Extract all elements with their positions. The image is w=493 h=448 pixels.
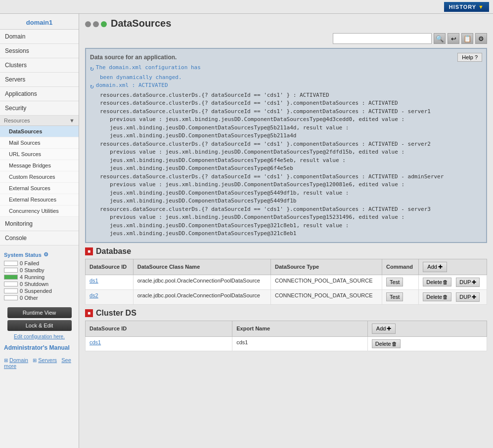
status-running-label: 4 Running xyxy=(20,274,45,280)
status-row-running: 4 Running xyxy=(4,274,75,281)
sidebar-item-mailsources[interactable]: Mail Sources xyxy=(0,137,79,149)
db-row2-delete-button[interactable]: Delete 🗑 xyxy=(423,292,451,301)
status-other-label: 0 Other xyxy=(20,295,38,301)
sidebar-item-domain[interactable]: Domain xyxy=(0,30,79,44)
cluster-add-label: Add xyxy=(376,326,386,331)
sidebar-item-clusters[interactable]: Clusters xyxy=(0,58,79,73)
status-row-other: 0 Other xyxy=(4,294,75,301)
search-button[interactable]: 🔍 xyxy=(434,33,446,44)
log-line-18: resources.dataSource.clusterDs.{? dataSo… xyxy=(90,205,482,214)
log-text-11: previous value : jeus.xml.binding.jeusDD… xyxy=(110,148,404,157)
db-row2-id[interactable]: ds2 xyxy=(90,292,98,298)
cluster-add-plus-icon: ✚ xyxy=(387,326,391,332)
nav-dot-2 xyxy=(93,21,99,27)
log-line-21: jeus.xml.binding.jeusDD.ComponentDataSou… xyxy=(90,230,482,238)
system-status-title: System Status ⚙ xyxy=(4,249,75,260)
log-text-9: jeus.xml.binding.jeusDD.ComponentDataSou… xyxy=(110,132,297,140)
log-line-2: been dynamically changed. xyxy=(90,74,482,82)
cluster-add-button[interactable]: Add ✚ xyxy=(372,324,396,334)
sidebar-item-concurrencyutilities[interactable]: Concurrency Utilities xyxy=(0,205,79,217)
db-row1-id[interactable]: ds1 xyxy=(90,278,98,284)
db-row2-dup-button[interactable]: DUP ✚ xyxy=(456,292,479,302)
sidebar-item-monitoring[interactable]: Monitoring xyxy=(0,217,79,231)
cluster-row1-export: cds1 xyxy=(232,336,368,351)
sidebar-domain[interactable]: domain1 xyxy=(0,14,79,30)
db-row1-dup-label: DUP xyxy=(459,279,471,285)
top-bar: HISTORY ▼ xyxy=(0,0,493,14)
db-row1-delete-label: Delete xyxy=(426,279,442,285)
sidebar-item-servers[interactable]: Servers xyxy=(0,73,79,87)
export-button[interactable]: 📋 xyxy=(461,33,473,44)
db-row2-test-button[interactable]: Test xyxy=(386,292,403,301)
db-row2-commands: Test xyxy=(382,289,419,304)
log-text-19: previous value : jeus.xml.binding.jeusDD… xyxy=(110,213,404,222)
log-line-19: previous value : jeus.xml.binding.jeusDD… xyxy=(90,213,482,222)
db-row1-class: oracle.jdbc.pool.OracleConnectionPoolDat… xyxy=(133,275,270,289)
cluster-row1-delete-button[interactable]: Delete 🗑 xyxy=(372,339,401,348)
log-text-7: previous value : jeus.xml.binding.jeusDD… xyxy=(110,116,404,124)
content-area: DataSources 🔍 ↩ 📋 ⚙ Data source for an a… xyxy=(79,14,493,448)
log-line-20: jeus.xml.binding.jeusDD.ComponentDataSou… xyxy=(90,222,482,230)
db-row1-dup-button[interactable]: DUP ✚ xyxy=(456,278,479,287)
db-row1-type: CONNECTION_POOL_DATA_SOURCE xyxy=(270,275,382,289)
db-col-command: Command xyxy=(382,259,419,275)
sidebar-item-security[interactable]: Security xyxy=(0,101,79,116)
nav-dot-active xyxy=(101,21,107,27)
db-row2-delete-label: Delete xyxy=(426,294,442,300)
lock-edit-button[interactable]: Lock & Edit xyxy=(7,320,72,331)
admin-link-domain[interactable]: Domain xyxy=(9,357,28,363)
log-panel-title: Data source for an application. xyxy=(90,54,177,61)
sidebar-item-sessions[interactable]: Sessions xyxy=(0,44,79,58)
db-row2-class: oracle.jdbc.pool.OracleConnectionPoolDat… xyxy=(133,289,270,304)
log-text-15: previous value : jeus.xml.binding.jeusDD… xyxy=(110,181,404,189)
admin-link-servers[interactable]: Servers xyxy=(38,357,57,363)
cluster-add-cell: Add ✚ xyxy=(367,321,487,336)
table-row: ds1 oracle.jdbc.pool.OracleConnectionPoo… xyxy=(86,275,487,289)
log-icon-2: ↻ xyxy=(90,81,94,91)
log-text-13: jeus.xml.binding.jeusDD.ComponentDataSou… xyxy=(110,164,293,173)
sidebar-item-urlsources[interactable]: URL Sources xyxy=(0,149,79,160)
db-row1-delete-button[interactable]: Delete 🗑 xyxy=(423,278,451,286)
admin-links: ⊞ Domain ⊞ Servers See more xyxy=(0,355,79,371)
edit-config-link[interactable]: Edit configuration here. xyxy=(0,333,79,340)
log-text-12: jeus.xml.binding.jeusDD.ComponentDataSou… xyxy=(110,157,346,165)
sidebar-item-customresources[interactable]: Custom Resources xyxy=(0,171,79,183)
status-title-text: System Status xyxy=(4,252,42,258)
sidebar-item-externalresources[interactable]: External Resources xyxy=(0,194,79,205)
sidebar-item-externalsources[interactable]: External Sources xyxy=(0,183,79,194)
log-text-3: domain.xml : ACTIVATED xyxy=(96,81,168,90)
refresh-button[interactable]: ↩ xyxy=(448,33,459,44)
history-button[interactable]: HISTORY ▼ xyxy=(444,2,489,12)
settings-icon[interactable]: ⚙ xyxy=(44,251,48,258)
sidebar-item-messagebridges[interactable]: Message Bridges xyxy=(0,160,79,171)
log-line-8: jeus.xml.binding.jeusDD.ComponentDataSou… xyxy=(90,124,482,132)
settings-button[interactable]: ⚙ xyxy=(475,33,487,44)
sidebar-item-applications[interactable]: Applications xyxy=(0,87,79,101)
admin-manual-title: Administrator's Manual xyxy=(0,340,79,355)
sidebar-item-datasources[interactable]: DataSources xyxy=(0,126,79,137)
cluster-row1-id[interactable]: cds1 xyxy=(90,339,101,345)
dup-icon-1: ✚ xyxy=(472,279,476,285)
delete-icon-1: 🗑 xyxy=(443,279,448,285)
status-failed-label: 0 Failed xyxy=(20,260,39,266)
sidebar-item-console[interactable]: Console xyxy=(0,231,79,245)
runtime-view-button[interactable]: Runtime View xyxy=(7,307,72,318)
resources-toggle-icon[interactable]: ▼ xyxy=(69,118,75,123)
status-row-standby: 0 Standby xyxy=(4,267,75,274)
log-line-14: resources.dataSource.clusterDs.{? dataSo… xyxy=(90,173,482,181)
clusterds-section: ■ Cluster DS DataSource ID Export Name A… xyxy=(85,309,487,351)
cluster-col-export: Export Name xyxy=(232,321,368,336)
status-row-failed: 0 Failed xyxy=(4,260,75,267)
clusterds-icon: ■ xyxy=(85,309,93,317)
search-input[interactable] xyxy=(333,33,432,44)
log-text-14: resources.dataSource.clusterDs.{? dataSo… xyxy=(100,173,444,181)
db-add-button[interactable]: Add ✚ xyxy=(423,262,447,272)
log-text-21: jeus.xml.binding.jeusDD.ComponentDataSou… xyxy=(110,230,297,238)
db-row1-test-button[interactable]: Test xyxy=(386,278,403,286)
cluster-row1-delete-label: Delete xyxy=(375,341,391,347)
log-body: ↻ The domain.xml configuration has been … xyxy=(90,64,482,238)
nav-dots xyxy=(85,21,107,27)
help-button[interactable]: Help ? xyxy=(457,53,482,62)
log-line-9: jeus.xml.binding.jeusDD.ComponentDataSou… xyxy=(90,132,482,140)
table-row: ds2 oracle.jdbc.pool.OracleConnectionPoo… xyxy=(86,289,487,304)
